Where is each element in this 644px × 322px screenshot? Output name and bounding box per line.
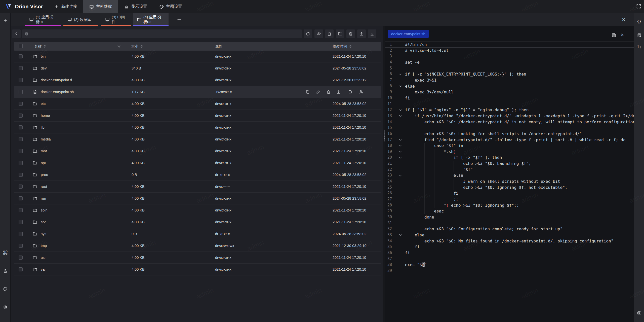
file-row[interactable]: opt4.00 KBdrwxr-xr-x2021-11-24 17:20:10 bbox=[14, 157, 381, 169]
nav-item-display-settings[interactable]: 显示设置 bbox=[118, 0, 153, 13]
file-row[interactable]: bin4.00 KBdrwxr-xr-x2021-11-24 17:20:10 bbox=[14, 51, 381, 62]
terminal-tab-3[interactable]: (3) 中间件 bbox=[101, 13, 131, 26]
save-file-icon[interactable] bbox=[611, 32, 617, 38]
file-name[interactable]: var bbox=[41, 264, 46, 275]
delete-icon[interactable] bbox=[326, 90, 331, 95]
delete-icon[interactable] bbox=[346, 29, 355, 38]
path-input[interactable] bbox=[30, 32, 299, 36]
edit-icon[interactable] bbox=[316, 90, 321, 95]
fold-icon[interactable] bbox=[397, 143, 403, 149]
file-name[interactable]: mnt bbox=[41, 145, 47, 157]
row-checkbox[interactable] bbox=[19, 267, 23, 271]
file-name[interactable]: home bbox=[41, 110, 50, 121]
file-name[interactable]: lib bbox=[41, 122, 45, 133]
row-checkbox[interactable] bbox=[19, 90, 23, 94]
transfer-order-icon[interactable]: 1↓ bbox=[634, 43, 644, 52]
fold-icon[interactable] bbox=[397, 232, 403, 238]
fold-icon[interactable] bbox=[397, 83, 403, 89]
file-row[interactable]: dev340 Bdrwxr-xr-x2024-05-28 23:58:02 bbox=[14, 62, 381, 74]
refresh-icon[interactable] bbox=[304, 29, 312, 38]
column-name[interactable]: 名称 bbox=[34, 42, 46, 51]
sort-size-icon[interactable] bbox=[140, 45, 143, 48]
snippets-icon[interactable] bbox=[634, 31, 644, 40]
row-checkbox[interactable] bbox=[19, 78, 23, 82]
file-name[interactable]: root bbox=[41, 181, 47, 192]
file-name[interactable]: proc bbox=[41, 169, 48, 181]
sort-name-icon[interactable] bbox=[44, 45, 46, 48]
fold-icon[interactable] bbox=[397, 71, 403, 77]
file-row[interactable]: tmp4.00 KBdrwxrwxrwx2021-12-30 03:29:10 bbox=[14, 240, 381, 252]
file-name[interactable]: dev bbox=[41, 62, 47, 74]
file-row[interactable]: docker-entrypoint.d4.00 KBdrwxr-xr-x2021… bbox=[14, 74, 381, 86]
splitter-grip[interactable] bbox=[384, 130, 385, 141]
nav-item-host-terminal[interactable]: 主机终端 bbox=[83, 0, 118, 13]
new-folder-icon[interactable] bbox=[336, 29, 344, 38]
row-checkbox[interactable] bbox=[19, 137, 23, 141]
theme-setting-icon[interactable] bbox=[0, 284, 11, 294]
download-icon[interactable] bbox=[368, 29, 376, 38]
row-checkbox[interactable] bbox=[19, 173, 23, 177]
display-setting-icon[interactable] bbox=[0, 267, 11, 276]
download-icon[interactable] bbox=[336, 90, 341, 95]
filter-icon[interactable] bbox=[117, 42, 121, 51]
row-checkbox[interactable] bbox=[19, 66, 23, 70]
close-tabbar-icon[interactable]: × bbox=[620, 17, 627, 23]
file-name[interactable]: docker-entrypoint.d bbox=[41, 74, 72, 86]
toggle-hidden-icon[interactable] bbox=[314, 29, 323, 38]
copy-icon[interactable] bbox=[305, 90, 310, 95]
file-row[interactable]: root4.00 KBdrwx------2021-11-24 17:20:10 bbox=[14, 181, 381, 193]
file-name[interactable]: bin bbox=[41, 51, 46, 62]
shortcuts-icon[interactable]: ⌘ bbox=[0, 248, 11, 258]
system-setting-icon[interactable] bbox=[0, 303, 11, 312]
file-row[interactable]: sbin4.00 KBdrwxr-xr-x2021-11-24 17:20:10 bbox=[14, 204, 381, 216]
row-checkbox[interactable] bbox=[19, 125, 23, 129]
permission-icon[interactable] bbox=[359, 90, 364, 95]
fold-icon[interactable] bbox=[397, 155, 403, 161]
fullscreen-icon[interactable] bbox=[636, 4, 641, 9]
row-checkbox[interactable] bbox=[19, 256, 23, 260]
sort-mtime-icon[interactable] bbox=[349, 45, 352, 48]
new-file-icon[interactable] bbox=[325, 29, 334, 38]
file-row[interactable]: home4.00 KBdrwxr-xr-x2021-11-24 17:20:10 bbox=[14, 110, 381, 122]
fold-icon[interactable] bbox=[397, 107, 403, 113]
upload-icon[interactable] bbox=[357, 29, 366, 38]
file-name[interactable]: docker-entrypoint.sh bbox=[41, 86, 74, 98]
file-name[interactable]: run bbox=[41, 193, 46, 204]
file-name[interactable]: media bbox=[41, 133, 51, 145]
file-row[interactable]: media4.00 KBdrwxr-xr-x2021-11-24 17:20:1… bbox=[14, 133, 381, 145]
file-name[interactable]: opt bbox=[41, 157, 46, 169]
file-name[interactable]: srv bbox=[41, 216, 46, 228]
fold-icon[interactable] bbox=[397, 172, 403, 178]
file-row[interactable]: proc0 Bdr-xr-xr-x2024-05-28 23:58:02 bbox=[14, 169, 381, 181]
code-area[interactable]: 1#!/bin/sh2# vim:sw=4:ts=4:et34set -e56i… bbox=[385, 42, 634, 274]
new-tab-button[interactable] bbox=[176, 17, 182, 23]
row-checkbox[interactable] bbox=[19, 185, 23, 189]
app-logo[interactable]: Orion Visor bbox=[5, 3, 43, 10]
terminal-tab-2[interactable]: (2) 数据库 bbox=[63, 13, 98, 26]
column-mtime[interactable]: 修改时间 bbox=[333, 42, 352, 51]
fold-icon[interactable] bbox=[397, 137, 403, 143]
screenshot-icon[interactable] bbox=[634, 308, 644, 317]
row-checkbox[interactable] bbox=[19, 114, 23, 118]
row-checkbox[interactable] bbox=[19, 196, 23, 200]
file-row[interactable]: lib4.00 KBdrwxr-xr-x2021-11-24 17:20:10 bbox=[14, 122, 381, 133]
file-row[interactable]: run4.00 KBdrwxr-xr-x2024-05-28 23:58:02 bbox=[14, 193, 381, 204]
file-row[interactable]: mnt4.00 KBdrwxr-xr-x2021-11-24 17:20:10 bbox=[14, 145, 381, 157]
column-size[interactable]: 大小 bbox=[131, 42, 143, 51]
file-name[interactable]: sbin bbox=[41, 204, 48, 216]
row-checkbox[interactable] bbox=[19, 232, 23, 236]
variables-icon[interactable]: {} bbox=[634, 17, 644, 26]
row-checkbox[interactable] bbox=[19, 161, 23, 165]
file-row[interactable]: var4.00 KBdrwxr-xr-x2021-11-24 17:20:10 bbox=[14, 264, 381, 275]
add-connection-icon[interactable] bbox=[0, 16, 11, 25]
row-checkbox[interactable] bbox=[19, 54, 23, 58]
file-row[interactable]: docker-entrypoint.sh1.17 KB-rwxrwxr-x bbox=[14, 86, 381, 98]
file-row[interactable]: usr4.00 KBdrwxr-xr-x2021-11-24 17:20:10 bbox=[14, 252, 381, 264]
close-editor-icon[interactable]: × bbox=[619, 32, 625, 38]
nav-item-theme-settings[interactable]: 主题设置 bbox=[153, 0, 188, 13]
file-name[interactable]: sys bbox=[41, 228, 46, 240]
back-button[interactable] bbox=[12, 29, 21, 38]
row-checkbox[interactable] bbox=[19, 244, 23, 248]
file-row[interactable]: srv4.00 KBdrwxr-xr-x2021-11-24 17:20:10 bbox=[14, 216, 381, 228]
select-all-checkbox[interactable] bbox=[19, 44, 23, 48]
